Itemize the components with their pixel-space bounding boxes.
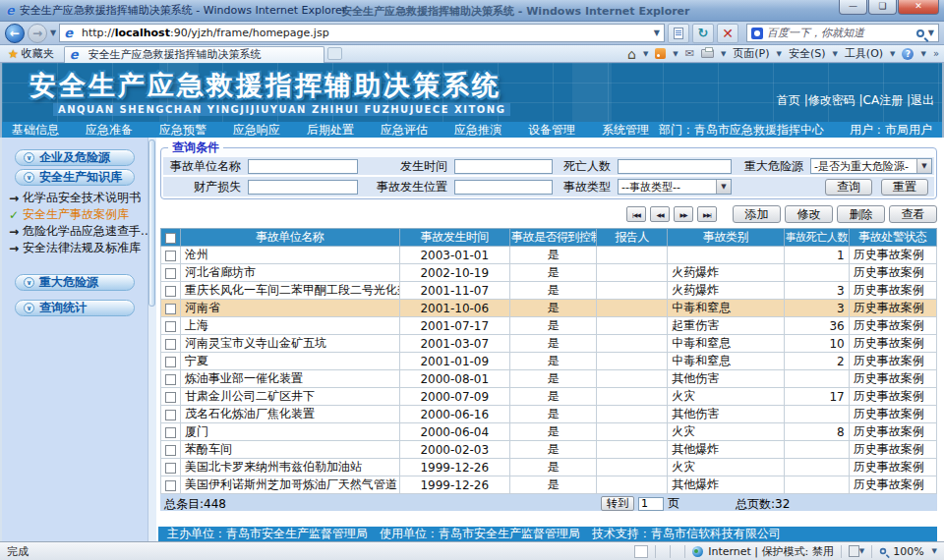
sidebar-group-2[interactable]: ∨安全生产知识库: [15, 169, 135, 186]
nav-item-3[interactable]: 应急预警: [159, 122, 206, 139]
tools-menu[interactable]: 工具(O): [845, 46, 883, 61]
address-dropdown-icon[interactable]: ▼: [654, 28, 660, 37]
select-dropdown-icon[interactable]: ▼: [916, 159, 931, 173]
safety-menu-dropdown-icon[interactable]: ▼: [832, 50, 837, 58]
sidebar-scrollbar[interactable]: [148, 138, 156, 541]
read-mail-icon[interactable]: ✉: [685, 47, 694, 60]
deaths-input[interactable]: [618, 159, 732, 174]
reset-button[interactable]: 重置: [881, 179, 928, 196]
favorites-button[interactable]: 收藏夹: [22, 46, 54, 61]
stop-button[interactable]: ✕: [717, 24, 738, 43]
modify-button[interactable]: 修改: [785, 205, 833, 223]
row-checkbox[interactable]: [165, 286, 176, 297]
table-row[interactable]: 炼油事业部一催化装置2000-08-01是其他伤害历史事故案例: [161, 370, 937, 388]
rss-dropdown-icon[interactable]: ▼: [673, 50, 678, 58]
sidebar-scrollbar-thumb[interactable]: [148, 140, 155, 307]
compat-dropdown-icon[interactable]: ▼: [859, 547, 864, 555]
row-checkbox[interactable]: [165, 480, 176, 491]
active-tab[interactable]: e 安全生产应急救援指挥辅助决策系统: [64, 46, 324, 63]
nav-item-2[interactable]: 应急准备: [86, 122, 133, 139]
last-page-button[interactable]: ▶▶|: [697, 206, 717, 222]
row-checkbox[interactable]: [165, 445, 176, 456]
table-row[interactable]: 宁夏2001-01-09是中毒和窒息2历史事故案例: [161, 353, 937, 370]
tools-menu-dropdown-icon[interactable]: ▼: [890, 50, 895, 58]
table-row[interactable]: 河北省廊坊市2002-10-19是火药爆炸历史事故案例: [161, 264, 937, 282]
location-input[interactable]: [454, 180, 553, 195]
nav-item-6[interactable]: 应急评估: [381, 122, 428, 139]
table-row[interactable]: 河南省2001-10-06是中毒和窒息3历史事故案例: [161, 300, 937, 317]
select-all-checkbox[interactable]: [165, 233, 176, 244]
sidebar-item-2-2[interactable]: ✓安全生产事故案例库: [9, 206, 148, 223]
sidebar-item-2-3[interactable]: →危险化学品应急速查手...: [9, 223, 148, 240]
row-checkbox[interactable]: [165, 304, 176, 314]
nav-item-4[interactable]: 应急响应: [233, 122, 280, 139]
row-checkbox[interactable]: [165, 268, 176, 279]
table-row[interactable]: 茂名石化炼油厂焦化装置2000-06-16是其他伤害历史事故案例: [161, 406, 937, 423]
delete-button[interactable]: 删除: [837, 205, 885, 223]
row-checkbox[interactable]: [165, 410, 176, 420]
table-row[interactable]: 美国伊利诺斯州芝加哥炼油厂天然气管道1999-12-26是其他爆炸历史事故案例: [161, 476, 937, 494]
page-menu-dropdown-icon[interactable]: ▼: [776, 50, 781, 58]
add-button[interactable]: 添加: [733, 205, 781, 223]
home-icon[interactable]: ⌂: [627, 46, 636, 62]
sidebar-item-2-1[interactable]: →化学品安全技术说明书: [9, 190, 148, 206]
forward-button[interactable]: →: [28, 24, 47, 43]
first-page-button[interactable]: |◀◀: [626, 206, 646, 222]
table-row[interactable]: 河南灵宝市义寺山金矿五坑2001-03-07是中毒和窒息10历史事故案例: [161, 335, 937, 353]
help-dropdown-icon[interactable]: ▼: [920, 50, 925, 58]
nav-item-8[interactable]: 设备管理: [528, 122, 575, 139]
zoom-dropdown-icon[interactable]: ▼: [932, 547, 937, 555]
table-row[interactable]: 美国北卡罗来纳州韦兹伯勒加油站1999-12-26是火灾历史事故案例: [161, 459, 937, 476]
compatibility-status-icon[interactable]: [849, 545, 859, 557]
compatibility-view-button[interactable]: [668, 24, 689, 43]
nav-item-1[interactable]: 基础信息: [12, 122, 59, 139]
select-dropdown-icon[interactable]: ▼: [716, 180, 731, 194]
refresh-button[interactable]: ↻: [692, 24, 714, 43]
nav-item-7[interactable]: 应急推演: [454, 122, 502, 139]
nav-item-5[interactable]: 后期处置: [307, 122, 354, 139]
minimize-button[interactable]: —: [839, 0, 867, 15]
banner-link-2[interactable]: 修改密码: [808, 93, 856, 107]
toolbar-overflow-icon[interactable]: »: [933, 48, 939, 59]
table-row[interactable]: 厦门2000-06-04是火灾8历史事故案例: [161, 423, 937, 441]
unit-name-input[interactable]: [248, 159, 358, 174]
search-dropdown-icon[interactable]: ▼: [928, 28, 934, 37]
print-dropdown-icon[interactable]: ▼: [721, 50, 726, 58]
rss-feed-icon[interactable]: [655, 48, 666, 59]
page-number-input[interactable]: [638, 497, 664, 511]
zoom-icon[interactable]: [880, 548, 886, 554]
search-placeholder[interactable]: 百度一下，你就知道: [767, 26, 913, 40]
row-checkbox[interactable]: [165, 374, 176, 385]
row-checkbox[interactable]: [165, 357, 176, 367]
row-checkbox[interactable]: [165, 427, 176, 438]
url-text[interactable]: http://localhost:90/yjzh/frame/homepage.…: [82, 27, 650, 39]
prev-page-button[interactable]: ◀◀: [650, 206, 670, 222]
banner-link-3[interactable]: CA注册: [863, 93, 904, 107]
close-button[interactable]: ✕: [898, 0, 939, 15]
row-checkbox[interactable]: [165, 251, 176, 261]
row-checkbox[interactable]: [165, 463, 176, 474]
row-checkbox[interactable]: [165, 339, 176, 350]
print-icon[interactable]: [701, 49, 714, 58]
back-button[interactable]: ←: [5, 24, 25, 43]
sidebar-item-2-4[interactable]: →安全法律法规及标准库: [9, 240, 148, 256]
property-loss-input[interactable]: [248, 180, 358, 195]
row-checkbox[interactable]: [165, 392, 176, 403]
table-row[interactable]: 沧州2003-01-01是1历史事故案例: [161, 247, 937, 264]
help-icon[interactable]: ?: [902, 48, 914, 60]
accident-type-select[interactable]: --事故类型--▼: [618, 179, 732, 195]
table-row[interactable]: 苯酚车间2000-02-03是其他爆炸历史事故案例: [161, 441, 937, 459]
goto-page-button[interactable]: 转到: [601, 496, 634, 511]
table-row[interactable]: 上海2001-07-17是起重伤害36历史事故案例: [161, 317, 937, 335]
view-button[interactable]: 查看: [889, 205, 937, 223]
next-page-button[interactable]: ▶▶: [674, 206, 693, 222]
search-button[interactable]: 查询: [825, 179, 872, 196]
occur-time-input[interactable]: [454, 159, 553, 174]
banner-link-4[interactable]: 退出: [911, 93, 934, 107]
new-tab-button[interactable]: [327, 47, 342, 60]
sidebar-group-3[interactable]: ∨重大危险源: [15, 274, 135, 291]
sidebar-group-4[interactable]: ∨查询统计: [15, 300, 135, 316]
table-row[interactable]: 重庆长风化一车间二苯甲酮工段二号光化釜2001-11-07是火药爆炸3历史事故案…: [161, 282, 937, 300]
safety-menu[interactable]: 安全(S): [789, 46, 826, 61]
row-checkbox[interactable]: [165, 321, 176, 332]
